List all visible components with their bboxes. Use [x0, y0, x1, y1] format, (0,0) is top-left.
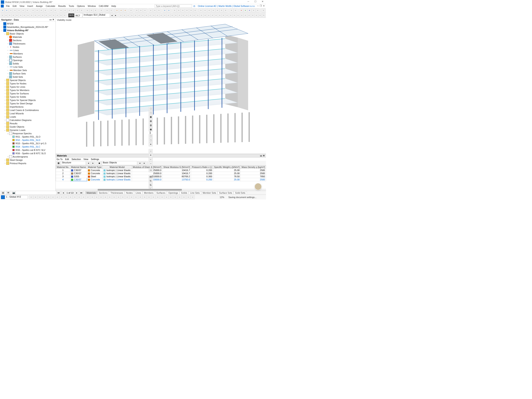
tb1-btn-64[interactable]: ▪ [229, 8, 233, 13]
next-page-button[interactable]: ▸ [75, 191, 79, 195]
last-page-button[interactable]: ⏭ [79, 191, 83, 195]
tb1-btn-44[interactable]: ▪ [157, 8, 161, 13]
menu-cad-bim[interactable]: CAD-BIM [97, 5, 110, 7]
tree-types for steel design[interactable]: › Types for Steel Design [0, 102, 56, 105]
tb2-r-15[interactable]: ▫ [174, 13, 178, 18]
navigator-tree[interactable]: RFEM › Gewinkeltes_Bürogebäude_2024-03.r… [0, 22, 56, 194]
tb2-r-27[interactable]: ▫ [218, 13, 222, 18]
tb2-r-25[interactable]: ▫ [211, 13, 214, 18]
tb2-btn-13[interactable]: ▫ [48, 13, 52, 18]
tab-lines[interactable]: Lines [134, 191, 142, 194]
close-button[interactable]: ✕ [260, 0, 265, 4]
mat-menu-edit[interactable]: Edit [65, 158, 69, 160]
tb2-r-33[interactable]: ▫ [240, 13, 244, 18]
bb-btn-12[interactable]: ▫ [82, 195, 86, 199]
menu-insert[interactable]: Insert [26, 5, 34, 7]
bb-btn-31[interactable]: ▫ [164, 195, 169, 199]
bb-btn-33[interactable]: ▫ [173, 195, 177, 199]
tb2-r-4[interactable]: ▫ [134, 13, 137, 18]
tree-rs2 - spettro rsl_sld[interactable]: RS2 - Spettro RSL_SLD [0, 138, 56, 142]
tree-types for lines[interactable]: › Types for Lines [0, 85, 56, 89]
bb-btn-17[interactable]: ▫ [103, 195, 108, 199]
tb1-btn-13[interactable]: ▪ [49, 8, 53, 13]
bb-btn-26[interactable]: ▫ [143, 195, 147, 199]
tb2-r-6[interactable]: ▫ [141, 13, 145, 18]
col-header[interactable]: Shear Modulus G [N/mm²] [162, 166, 191, 169]
tb2-r-10[interactable]: ▫ [156, 13, 159, 18]
tb1-btn-6[interactable]: ▪ [25, 8, 29, 13]
bb-btn-23[interactable]: ▫ [129, 195, 134, 199]
tree-types for special objects[interactable]: › Types for Special Objects [0, 99, 56, 102]
navigator-undock-button[interactable]: ▭ [50, 18, 51, 21]
tb2-r-9[interactable]: ▫ [152, 13, 156, 18]
tree-sections[interactable]: › Sections [0, 39, 56, 42]
tb2-r-31[interactable]: ▫ [233, 13, 236, 18]
tab-sections[interactable]: Sections [97, 191, 109, 194]
tree-line sets[interactable]: › Line Sets [0, 65, 56, 69]
col-header[interactable]: Material Model [103, 166, 132, 169]
tb1-btn-25[interactable]: ▪ [94, 8, 97, 13]
bb-btn-18[interactable]: ▫ [108, 195, 112, 199]
tb2-r-29[interactable]: ▫ [225, 13, 229, 18]
tb1-btn-54[interactable]: ▪ [193, 8, 197, 13]
tb1-btn-52[interactable]: ▪ [185, 8, 189, 13]
tb1-btn-8[interactable]: ▪ [31, 8, 35, 13]
tree-materials[interactable]: › Materials [0, 35, 56, 39]
col-header[interactable]: Mass Density ρ [kg/m³] [241, 166, 266, 169]
tree-rfem[interactable]: RFEM [0, 22, 56, 25]
menu-calculate[interactable]: Calculate [44, 5, 57, 7]
prev2-button[interactable]: ◂ [138, 161, 142, 165]
menu-window[interactable]: Window [86, 5, 97, 7]
tb1-btn-42[interactable]: ▪ [149, 8, 153, 13]
tb2-btn-2[interactable]: ▫ [8, 13, 12, 18]
doc-restore-button[interactable]: ❐ [259, 5, 262, 7]
bb-btn-34[interactable]: ▫ [177, 195, 182, 199]
bb-btn-30[interactable]: ▫ [160, 195, 164, 199]
tb2-btn-6[interactable]: ▫ [23, 13, 26, 18]
tree-response spectra[interactable]: ⌄ Response Spectra [0, 132, 56, 135]
bb-btn-21[interactable]: ▫ [121, 195, 125, 199]
tb2-r-19[interactable]: ▫ [189, 13, 192, 18]
tb2-r-13[interactable]: ▫ [167, 13, 170, 18]
bb-btn-9[interactable]: ▫ [68, 195, 73, 199]
tb1-btn-29[interactable]: ▪ [105, 8, 109, 13]
tb1-btn-16[interactable]: ▪ [59, 8, 63, 13]
bb-btn-25[interactable]: ▫ [138, 195, 142, 199]
tb1-btn-38[interactable]: ▪ [135, 8, 139, 13]
tb1-btn-62[interactable]: ▪ [224, 8, 228, 13]
tb1-btn-17[interactable]: ▪ [63, 8, 67, 13]
mtb-0[interactable]: ⬚ [149, 107, 153, 111]
tb1-btn-34[interactable]: ▪ [123, 8, 127, 13]
tb2-r-38[interactable]: ▫ [258, 13, 262, 18]
tb2-r-18[interactable]: ▫ [185, 13, 189, 18]
tb2-r-0[interactable]: ▫ [119, 13, 123, 18]
structure-icon[interactable]: ▦ [56, 161, 60, 165]
mtb-1[interactable]: ⬚ [149, 111, 153, 115]
menu-options[interactable]: Options [76, 5, 86, 7]
tb2-r-21[interactable]: ▫ [196, 13, 200, 18]
tb2-btn-3[interactable]: ▫ [12, 13, 15, 18]
case-next[interactable]: ▸ [114, 13, 117, 18]
tree-solids[interactable]: › Solids [0, 62, 56, 65]
materials-table[interactable]: Material No.Material NameMaterial TypeMa… [56, 165, 266, 189]
tb1-btn-59[interactable]: ▪ [211, 8, 215, 13]
tb2-r-22[interactable]: ▫ [200, 13, 203, 18]
menu-tools[interactable]: Tools [67, 5, 76, 7]
tree-load cases & combinations[interactable]: › Load Cases & Combinations [0, 108, 56, 112]
tb2-r-2[interactable]: ▫ [126, 13, 130, 18]
coord-system-combo[interactable]: 1 - Global XYZ [5, 195, 28, 199]
tb1-btn-21[interactable]: ▪ [80, 8, 83, 13]
tree-types for surfaces[interactable]: › Types for Surfaces [0, 92, 56, 95]
tb1-btn-60[interactable]: ▪ [215, 8, 219, 13]
table-row[interactable]: 4 C30/37 Concrete Isotropic | Linear Ela… [56, 178, 266, 181]
tb1-btn-14[interactable]: ▪ [53, 8, 57, 13]
tb2-btn-16[interactable]: ▫ [59, 13, 63, 18]
tb2-r-37[interactable]: ▫ [254, 13, 258, 18]
mtb-12[interactable]: ✕ [149, 153, 153, 157]
tree-openings[interactable]: › Openings [0, 59, 56, 62]
tree-results[interactable]: › Results [0, 122, 56, 125]
tree-rs6 - spettro cat b ntc slo[interactable]: RS6 - Spettro cat B NTC SLO [0, 152, 56, 155]
mtb-7[interactable]: ⬚ [149, 134, 153, 138]
tb1-btn-69[interactable]: ▪ [247, 8, 252, 13]
tb1-btn-9[interactable]: ▪ [35, 8, 39, 13]
